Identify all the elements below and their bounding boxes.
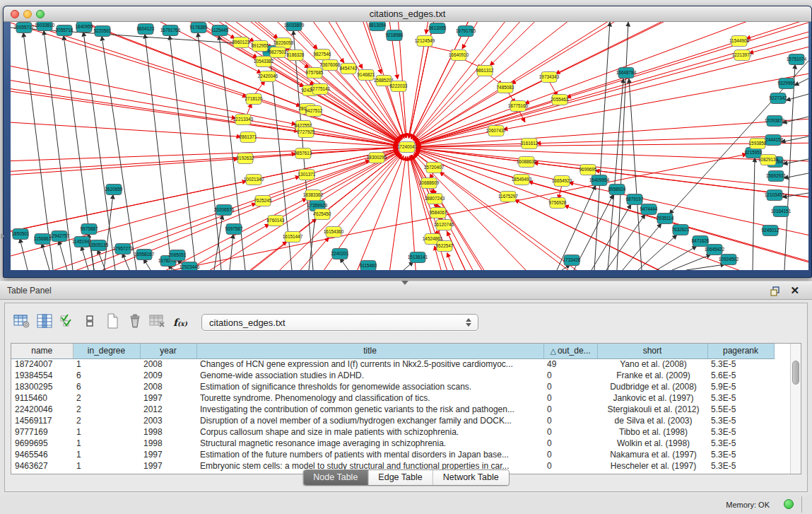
- table-row[interactable]: 1872400712008Changes of HCN gene express…: [11, 358, 774, 370]
- table-cell-short[interactable]: Stergiakouli et al. (2012): [597, 404, 707, 415]
- table-cell-name[interactable]: 9463627: [11, 460, 73, 472]
- graph-node[interactable]: 12942757: [49, 231, 70, 242]
- table-cell-short[interactable]: Wolkin et al. (1998): [597, 438, 707, 449]
- graph-node[interactable]: 20055717: [14, 23, 35, 33]
- graph-node[interactable]: 3161612: [521, 139, 539, 149]
- table-cell-out_degree[interactable]: 0: [543, 426, 597, 438]
- graph-node[interactable]: 8960123: [233, 37, 250, 48]
- graph-node[interactable]: 16033810: [35, 22, 55, 31]
- table-cell-year[interactable]: 1998: [140, 426, 196, 438]
- graph-node[interactable]: 15136141: [408, 252, 428, 263]
- table-cell-short[interactable]: de Silva et al. (2003): [597, 415, 707, 426]
- table-cell-title[interactable]: Estimation of significance thresholds fo…: [196, 381, 543, 392]
- modify-table-button[interactable]: [11, 311, 33, 334]
- graph-node[interactable]: 9757685: [306, 68, 324, 78]
- graph-node[interactable]: 16654923: [552, 176, 572, 187]
- table-cell-in_degree[interactable]: 2: [73, 392, 140, 404]
- graph-node[interactable]: 9218986: [386, 30, 404, 41]
- table-cell-in_degree[interactable]: 6: [73, 370, 140, 381]
- graph-node[interactable]: 1593858: [749, 139, 767, 149]
- graph-node[interactable]: 9178389: [190, 23, 208, 33]
- column-header-year[interactable]: year: [140, 344, 196, 358]
- scrollbar-thumb[interactable]: [792, 361, 799, 385]
- table-cell-pagerank[interactable]: 5.6E-5: [707, 370, 774, 381]
- graph-node[interactable]: 9115460: [360, 261, 377, 271]
- table-cell-in_degree[interactable]: 1: [73, 449, 140, 460]
- graph-node[interactable]: 9192632: [237, 153, 254, 164]
- delete-attribute-button[interactable]: [124, 311, 146, 334]
- table-cell-short[interactable]: Hescheler et al. (1997): [597, 460, 707, 472]
- table-cell-pagerank[interactable]: 5.3E-5: [707, 426, 774, 438]
- graph-node[interactable]: 12103451: [765, 190, 785, 201]
- split-sash-grip[interactable]: [401, 281, 408, 285]
- table-cell-name[interactable]: 9465546: [11, 449, 73, 460]
- network-window-titlebar[interactable]: citations_edges.txt: [4, 6, 811, 22]
- graph-node[interactable]: 18383362: [303, 190, 324, 201]
- table-cell-title[interactable]: Investigating the contribution of common…: [196, 404, 543, 415]
- table-cell-name[interactable]: 18724007: [11, 358, 73, 370]
- graph-node[interactable]: 8454743: [340, 64, 358, 74]
- table-cell-name[interactable]: 19384554: [11, 370, 73, 381]
- column-header-out_degree[interactable]: △out_de...: [543, 344, 597, 358]
- graph-node[interactable]: 16648784: [616, 68, 637, 78]
- table-row[interactable]: 911546021997Tourette syndrome. Phenomeno…: [11, 392, 774, 404]
- graph-node[interactable]: 16409954: [589, 175, 610, 186]
- table-cell-year[interactable]: 2012: [140, 404, 196, 415]
- graph-node[interactable]: 11544908: [729, 36, 749, 47]
- table-cell-short[interactable]: Nakamura et al. (1997): [597, 449, 707, 460]
- table-cell-title[interactable]: Structural magnetic resonance image aver…: [196, 438, 543, 449]
- table-cell-year[interactable]: 1997: [140, 392, 196, 404]
- table-cell-short[interactable]: Franke et al. (2009): [597, 370, 707, 381]
- table-cell-name[interactable]: 18300295: [11, 381, 73, 392]
- table-cell-in_degree[interactable]: 2: [73, 415, 140, 426]
- graph-node[interactable]: 16791765: [456, 26, 476, 37]
- table-cell-pagerank[interactable]: 5.3E-5: [707, 358, 774, 370]
- graph-node[interactable]: 9827546: [314, 49, 331, 60]
- network-canvas[interactable]: 2005571716033810205571816409555220561860…: [11, 22, 808, 270]
- function-builder-button[interactable]: f(x): [169, 311, 192, 334]
- column-header-in_degree[interactable]: in_degree: [73, 344, 140, 358]
- graph-node[interactable]: 13505135: [88, 240, 109, 251]
- table-row[interactable]: 969969511998Structural magnetic resonanc…: [11, 438, 774, 449]
- table-cell-in_degree[interactable]: 1: [73, 426, 140, 438]
- graph-node[interactable]: 12093872: [765, 116, 785, 127]
- graph-node[interactable]: 23676068: [320, 60, 341, 71]
- graph-node[interactable]: 17957273: [113, 244, 134, 255]
- column-header-name[interactable]: name: [11, 344, 73, 358]
- graph-node[interactable]: 12923446: [180, 262, 200, 271]
- graph-node[interactable]: 8760143: [267, 216, 285, 226]
- graph-node[interactable]: 2935114: [657, 214, 674, 224]
- graph-node[interactable]: 2065051: [169, 250, 187, 261]
- graph-node[interactable]: 16154360: [324, 227, 344, 238]
- graph-node[interactable]: 10829139: [758, 155, 779, 165]
- graph-node[interactable]: 16958167: [134, 250, 155, 260]
- table-row[interactable]: 946554611997Estimation of the future num…: [11, 449, 774, 460]
- table-cell-name[interactable]: 9699695: [11, 438, 73, 449]
- tab-network-table[interactable]: Network Table: [433, 470, 509, 485]
- table-row[interactable]: 1830029562008Estimation of significance …: [11, 381, 774, 392]
- graph-node[interactable]: 10164151: [771, 206, 792, 217]
- graph-node[interactable]: 18775165: [508, 101, 529, 112]
- graph-node[interactable]: 2620659: [105, 185, 123, 195]
- graph-node[interactable]: 7632621: [672, 225, 690, 235]
- table-cell-in_degree[interactable]: 1: [73, 460, 140, 472]
- graph-node[interactable]: 12124549: [415, 36, 435, 47]
- graph-node[interactable]: 8471626: [692, 236, 710, 247]
- graph-node[interactable]: 9857613: [295, 148, 312, 159]
- delete-table-button[interactable]: [146, 311, 169, 334]
- table-cell-pagerank[interactable]: 5.3E-5: [707, 449, 774, 460]
- graph-node[interactable]: 15692931: [766, 171, 787, 182]
- table-cell-title[interactable]: Disruption of a novel member of a sodium…: [196, 415, 543, 426]
- table-cell-name[interactable]: 9777169: [11, 426, 73, 438]
- table-cell-name[interactable]: 14569117: [11, 415, 73, 426]
- graph-node[interactable]: 7485083: [497, 83, 514, 93]
- table-cell-year[interactable]: 1998: [140, 438, 196, 449]
- graph-node[interactable]: 15720407: [424, 163, 445, 173]
- graph-node[interactable]: 9522547: [436, 241, 454, 252]
- graph-node[interactable]: 5220561: [94, 26, 112, 37]
- graph-node[interactable]: 1733426: [563, 255, 581, 266]
- column-header-pagerank[interactable]: pagerank: [707, 344, 774, 358]
- table-cell-pagerank[interactable]: 5.3E-5: [707, 415, 774, 426]
- graph-node[interactable]: 8813054: [369, 22, 387, 31]
- unselect-all-button[interactable]: [78, 311, 101, 334]
